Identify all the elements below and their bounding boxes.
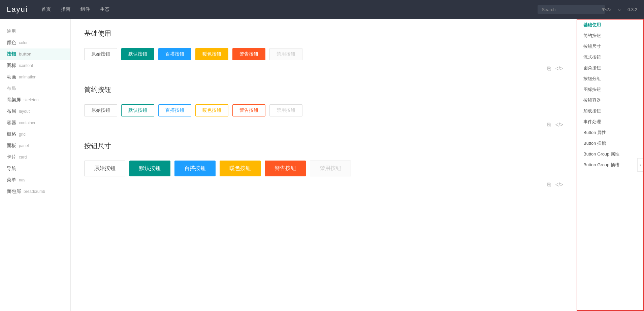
search-box: ▼ <box>538 5 605 14</box>
sidebar-item-sublabel: grid <box>19 132 26 137</box>
sidebar-item-sublabel: button <box>19 52 31 57</box>
sidebar-item-breadcrumb[interactable]: 面包屑 breadcrumb <box>0 186 70 197</box>
disabled-button: 禁用按钮 <box>269 48 302 60</box>
sidebar-item-label: 栅格 <box>7 131 16 137</box>
plain-button[interactable]: 原始按钮 <box>84 48 117 60</box>
topnav-right: </> ○ 0.3.2 <box>605 7 637 12</box>
sidebar-item-color[interactable]: 颜色 color <box>0 37 70 48</box>
default-button[interactable]: 默认按钮 <box>121 48 154 60</box>
toc-item-btn-attr[interactable]: Button 属性 <box>577 127 643 138</box>
outline-code-tools: ⎘ </> <box>84 122 563 128</box>
sidebar-item-sublabel: card <box>19 155 27 160</box>
size-button-row: 原始按钮 默认按钮 百搭按钮 暖色按钮 警告按钮 禁用按钮 <box>84 161 563 176</box>
sidebar-item-menu[interactable]: 菜单 nav <box>0 174 70 186</box>
section-basic: 基础使用 原始按钮 默认按钮 百搭按钮 暖色按钮 警告按钮 禁用按钮 ⎘ </> <box>84 29 563 72</box>
toc-item-radius[interactable]: 圆角按钮 <box>577 63 643 73</box>
outline-default-button[interactable]: 默认按钮 <box>121 104 154 116</box>
code-icon[interactable]: </> <box>605 7 611 12</box>
sidebar-item-label: 菜单 <box>7 177 16 183</box>
outline-primary-button[interactable]: 百搭按钮 <box>158 104 191 116</box>
logo: Layui <box>7 5 28 14</box>
sidebar-item-sublabel: panel <box>19 143 29 148</box>
size-default-button[interactable]: 默认按钮 <box>129 161 170 176</box>
toc-collapse-button[interactable]: › <box>637 158 643 172</box>
basic-code-tools: ⎘ </> <box>84 66 563 72</box>
search-input[interactable] <box>542 7 598 12</box>
sidebar-item-nav[interactable]: 导航 <box>0 163 70 174</box>
size-plain-button[interactable]: 原始按钮 <box>84 161 125 176</box>
basic-button-row: 原始按钮 默认按钮 百搭按钮 暖色按钮 警告按钮 禁用按钮 <box>84 48 563 60</box>
page-layout: 通用 颜色 color 按钮 button 图标 iconfont 动画 ani… <box>0 19 644 311</box>
sidebar-item-sublabel: skeleton <box>24 98 39 102</box>
nav-menu: 首页 指南 组件 生态 <box>41 6 535 12</box>
outline-disabled-button: 禁用按钮 <box>269 104 302 116</box>
sidebar-item-container[interactable]: 容器 container <box>0 117 70 129</box>
sidebar-item-label: 面包屑 <box>7 188 21 195</box>
sidebar-item-iconfont[interactable]: 图标 iconfont <box>0 60 70 71</box>
sidebar-item-label: 图标 <box>7 63 16 69</box>
toc-panel: 基础使用 简约按钮 按钮尺寸 流式按钮 圆角按钮 按钮分组 图标按钮 按钮容器 … <box>577 19 644 311</box>
sidebar-item-label: 导航 <box>7 166 16 172</box>
nav-item-eco[interactable]: 生态 <box>100 6 109 12</box>
toc-item-group[interactable]: 按钮分组 <box>577 73 643 84</box>
sidebar-item-skeleton[interactable]: 骨架屏 skeleton <box>0 94 70 106</box>
sidebar-item-animation[interactable]: 动画 animation <box>0 71 70 83</box>
toc-item-loading[interactable]: 加载按钮 <box>577 106 643 116</box>
clock-icon[interactable]: ○ <box>618 7 621 12</box>
copy-icon[interactable]: ⎘ <box>547 66 551 72</box>
sidebar-item-sublabel: iconfont <box>19 63 33 68</box>
size-code-tools: ⎘ </> <box>84 182 563 188</box>
size-danger-button[interactable]: 警告按钮 <box>265 161 306 176</box>
danger-button[interactable]: 警告按钮 <box>232 48 265 60</box>
toc-item-group-slot[interactable]: Button Group 插槽 <box>577 160 643 170</box>
section-size-title: 按钮尺寸 <box>84 141 563 154</box>
sidebar-item-button[interactable]: 按钮 button <box>0 48 70 60</box>
copy-icon[interactable]: ⎘ <box>547 182 551 188</box>
outline-warm-button[interactable]: 暖色按钮 <box>195 104 228 116</box>
size-warm-button[interactable]: 暖色按钮 <box>220 161 261 176</box>
sidebar-item-label: 动画 <box>7 74 16 80</box>
sidebar-section-layout: 布局 <box>0 83 70 94</box>
sidebar-item-card[interactable]: 卡片 card <box>0 151 70 163</box>
sidebar-item-sublabel: color <box>19 40 28 45</box>
sidebar-item-label: 面板 <box>7 143 16 149</box>
nav-item-components[interactable]: 组件 <box>80 6 90 12</box>
code-toggle-icon[interactable]: </> <box>555 122 563 128</box>
toc-item-size[interactable]: 按钮尺寸 <box>577 41 643 52</box>
nav-item-guide[interactable]: 指南 <box>61 6 70 12</box>
topnav: Layui 首页 指南 组件 生态 ▼ </> ○ 0.3.2 <box>0 0 644 19</box>
toc-item-event[interactable]: 事件处理 <box>577 116 643 127</box>
toc-item-group-attr[interactable]: Button Group 属性 <box>577 149 643 160</box>
sidebar-section-general: 通用 <box>0 26 70 37</box>
sidebar-item-sublabel: animation <box>19 75 36 79</box>
sidebar-item-sublabel: nav <box>19 178 25 182</box>
toc-item-btn-slot[interactable]: Button 插槽 <box>577 138 643 149</box>
warm-button[interactable]: 暖色按钮 <box>195 48 228 60</box>
toc-item-outline[interactable]: 简约按钮 <box>577 30 643 41</box>
toc-item-container[interactable]: 按钮容器 <box>577 95 643 106</box>
sidebar-item-grid[interactable]: 栅格 grid <box>0 129 70 140</box>
sidebar-item-label: 颜色 <box>7 40 16 46</box>
toc-item-basic[interactable]: 基础使用 <box>577 20 643 30</box>
outline-button-row: 原始按钮 默认按钮 百搭按钮 暖色按钮 警告按钮 禁用按钮 <box>84 104 563 116</box>
section-size: 按钮尺寸 原始按钮 默认按钮 百搭按钮 暖色按钮 警告按钮 禁用按钮 ⎘ </> <box>84 141 563 188</box>
size-primary-button[interactable]: 百搭按钮 <box>174 161 216 176</box>
section-outline-title: 简约按钮 <box>84 85 563 98</box>
toc-item-fluid[interactable]: 流式按钮 <box>577 52 643 63</box>
sidebar-item-panel[interactable]: 面板 panel <box>0 140 70 151</box>
code-toggle-icon[interactable]: </> <box>555 182 563 188</box>
outline-plain-button[interactable]: 原始按钮 <box>84 104 117 116</box>
code-toggle-icon[interactable]: </> <box>555 66 563 72</box>
outline-danger-button[interactable]: 警告按钮 <box>232 104 265 116</box>
size-disabled-button: 禁用按钮 <box>310 161 351 176</box>
sidebar-item-sublabel: breadcrumb <box>24 189 45 194</box>
sidebar-item-label: 按钮 <box>7 51 16 57</box>
sidebar-item-sublabel: layout <box>19 109 30 114</box>
nav-item-home[interactable]: 首页 <box>41 6 51 12</box>
copy-icon[interactable]: ⎘ <box>547 122 551 128</box>
sidebar-item-label: 布局 <box>7 108 16 114</box>
sidebar-item-layout[interactable]: 布局 layout <box>0 106 70 117</box>
sidebar-item-label: 骨架屏 <box>7 97 21 103</box>
primary-button[interactable]: 百搭按钮 <box>158 48 191 60</box>
toc-item-icon[interactable]: 图标按钮 <box>577 84 643 95</box>
